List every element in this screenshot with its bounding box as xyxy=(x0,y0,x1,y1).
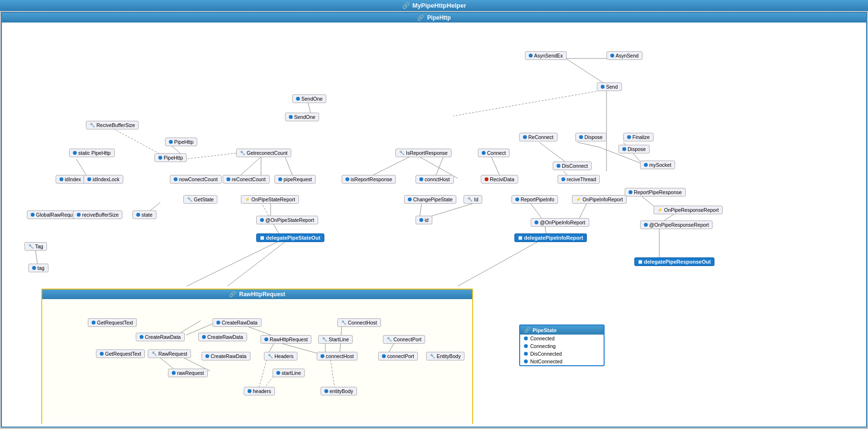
node-label: delegatePipeInfoReport xyxy=(524,235,583,241)
node-connectport-main[interactable]: connectPort xyxy=(378,352,418,360)
dot-icon xyxy=(136,213,140,217)
node-id-small[interactable]: id xyxy=(416,216,432,224)
node-connectport[interactable]: 🔧 ConnectPort xyxy=(383,335,425,344)
node-headers-top[interactable]: 🔧 Headers xyxy=(264,352,297,360)
node-static-pipehttp[interactable]: static PipeHttp xyxy=(69,149,115,157)
dot-icon xyxy=(296,97,300,101)
svg-line-21 xyxy=(187,238,285,286)
node-pipehttp-main[interactable]: PipeHttp xyxy=(155,153,187,162)
dot-icon xyxy=(87,177,91,181)
node-send[interactable]: Send xyxy=(597,82,622,91)
node-label: AsynSendEx xyxy=(534,53,563,58)
node-createrawdata-mid[interactable]: CreateRawData xyxy=(198,333,247,341)
node-mysocket[interactable]: mySocket xyxy=(640,161,675,169)
node-createrawdata-top[interactable]: CreateRawData xyxy=(213,318,262,327)
node-tag-field[interactable]: tag xyxy=(28,264,48,272)
node-label: ReConnect xyxy=(528,134,554,140)
node-label: PipeHttp xyxy=(164,155,183,161)
node-sendone-top[interactable]: SendOne xyxy=(292,94,326,103)
tool-icon: 🔧 xyxy=(467,197,473,202)
node-delegate-pipe-info[interactable]: ▦ delegatePipeInfoReport xyxy=(514,233,587,242)
pipe-state-disconnected: DisConnected xyxy=(520,350,604,358)
node-reconectcount[interactable]: reConectCount xyxy=(223,175,270,184)
node-sendone-main[interactable]: SendOne xyxy=(285,113,319,121)
node-piperequest[interactable]: pipeRequest xyxy=(274,175,316,184)
node-dispose-top[interactable]: Dispose xyxy=(575,133,606,141)
node-id-tool[interactable]: 🔧 Id xyxy=(464,195,482,204)
node-label: reConectCount xyxy=(232,176,266,182)
raw-http-icon: 🔗 xyxy=(229,291,236,298)
node-recivebuffersize-small[interactable]: reciveBufferSize xyxy=(73,210,122,219)
node-label: mySocket xyxy=(649,162,671,168)
pipe-state-notconnected: NotConnected xyxy=(520,358,604,365)
node-onpiperesponsereport-top[interactable]: ⚡ OnPipeResponseReport xyxy=(654,206,723,214)
node-delegate-pipe-state[interactable]: ▦ delegatePipeStateOut xyxy=(256,233,324,242)
node-getstate[interactable]: 🔧 GetState xyxy=(183,195,217,204)
node-label: state xyxy=(142,212,153,218)
node-label: ReportPipeInfo xyxy=(521,197,554,202)
node-rawrequest-main[interactable]: rawRequest xyxy=(168,369,208,377)
connected-dot xyxy=(524,336,528,340)
node-reportpiperesponse[interactable]: ReportPipeResponse xyxy=(625,188,686,197)
node-recivethread[interactable]: reciveThread xyxy=(558,175,600,184)
notconnected-dot xyxy=(524,359,528,363)
dot-icon xyxy=(601,85,605,89)
tool-icon: 🔧 xyxy=(341,320,346,325)
node-changepipestate[interactable]: ChangePipeState xyxy=(404,195,456,204)
node-disconnect[interactable]: DisConnect xyxy=(553,162,592,170)
node-getrequesttext-top[interactable]: GetRequestText xyxy=(88,318,137,327)
svg-line-31 xyxy=(107,126,165,157)
node-startline-main[interactable]: startLine xyxy=(273,369,305,377)
node-startline-top[interactable]: 🔧 StartLine xyxy=(318,335,353,344)
node-asyncsendex[interactable]: AsynSendEx xyxy=(525,51,567,60)
node-reportpipeinfo[interactable]: ReportPipeInfo xyxy=(511,195,558,204)
node-label: Dispose xyxy=(584,134,603,140)
node-nowconectcount[interactable]: nowConectCount xyxy=(170,175,222,184)
node-delegate-pipe-response[interactable]: ▦ delegatePipeResponseOut xyxy=(634,257,714,266)
node-label: entityBody xyxy=(330,388,353,394)
node-headers-main[interactable]: headers xyxy=(244,387,275,395)
node-onpipestatereport-delegate[interactable]: @OnPipeStateReport xyxy=(256,216,318,224)
node-entitybody-main[interactable]: entityBody xyxy=(321,387,357,395)
node-onpipeinforeport-top[interactable]: ⚡ OnPipeInfoReport xyxy=(572,195,627,204)
dot-icon xyxy=(202,335,206,339)
dot-icon xyxy=(158,156,162,160)
raw-http-title: 🔗 RawHttpRequest xyxy=(42,290,472,299)
node-label: idIndexLock xyxy=(93,176,119,182)
node-recividata[interactable]: ReciviData xyxy=(481,175,518,184)
node-rawrequest[interactable]: 🔧 RawRequest xyxy=(148,349,191,358)
node-rawhttprequest-node[interactable]: RawHttpRequest xyxy=(261,335,311,344)
node-label: GetState xyxy=(194,197,214,202)
node-getrequesttext-main[interactable]: GetRequestText xyxy=(96,349,145,358)
node-createrawdata-bottom[interactable]: CreateRawData xyxy=(202,352,250,360)
node-connect[interactable]: Connect xyxy=(478,149,510,157)
node-idindexlock[interactable]: idIndexLock xyxy=(83,175,123,184)
node-onpipeinforeport[interactable]: @OnPipeInfoReport xyxy=(531,218,589,227)
tool-icon: 🔧 xyxy=(399,151,404,155)
node-createrawdata-left[interactable]: CreateRawData xyxy=(136,333,185,341)
dot-icon xyxy=(627,135,631,139)
dot-icon xyxy=(216,321,220,325)
node-recivebuffersize[interactable]: 🔧 ReciveBufferSize xyxy=(86,121,139,129)
node-state[interactable]: state xyxy=(132,210,156,219)
node-asyncsend[interactable]: AsynSend xyxy=(606,51,642,60)
node-label: CreateRawData xyxy=(207,334,243,340)
node-idindex[interactable]: idIndex xyxy=(56,175,85,184)
node-onpipestatereport[interactable]: ⚡ OnPipeStateReport xyxy=(241,195,299,204)
node-tag-tool[interactable]: 🔧 Tag xyxy=(24,242,47,251)
node-onpiperesponsereport[interactable]: @OnPipeResponseReport xyxy=(640,220,713,229)
node-label: ChangePipeState xyxy=(413,197,452,202)
node-getreconectcount[interactable]: 🔧 GetreconectCount xyxy=(236,149,291,157)
node-connecthost-top[interactable]: 🔧 ConnectHost xyxy=(337,318,381,327)
node-reconnect[interactable]: ReConnect xyxy=(519,133,558,141)
node-isreportresponse[interactable]: isReportResponse xyxy=(342,175,396,184)
node-dispose-main[interactable]: Dispose xyxy=(618,145,650,153)
node-label: Dispose xyxy=(628,146,646,152)
node-entitybody-top[interactable]: 🔧 EntityBody xyxy=(426,352,464,360)
node-conncthost[interactable]: connctHost xyxy=(416,175,454,184)
node-isreportresponse-top[interactable]: 🔧 IsReportResponse xyxy=(395,149,452,157)
node-pipehttp-ref[interactable]: PipeHttp xyxy=(165,138,197,146)
node-finalize[interactable]: Finalize xyxy=(623,133,654,141)
tool-icon: 🔧 xyxy=(187,197,192,202)
node-connecthost-main[interactable]: connectHost xyxy=(317,352,357,360)
